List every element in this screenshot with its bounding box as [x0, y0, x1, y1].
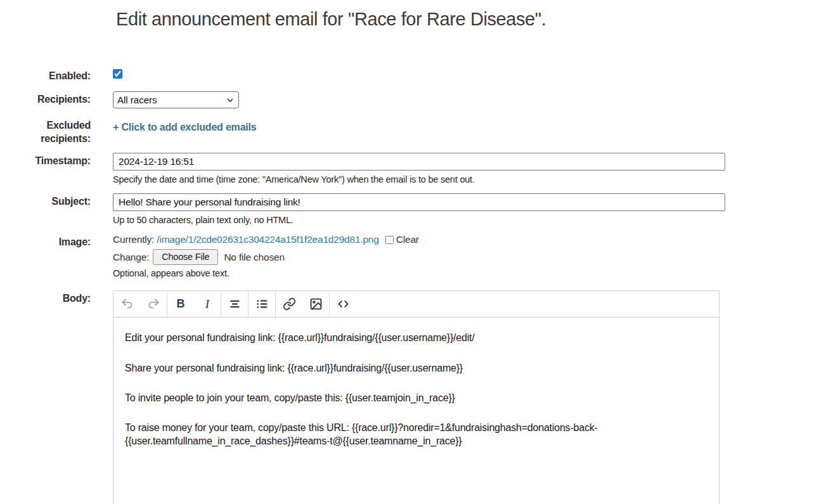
announcement-email-form: Enabled: Recipients: All racers Excluded…: [0, 68, 826, 504]
timestamp-input[interactable]: [113, 153, 725, 171]
body-paragraph: To raise money for your team, copy/paste…: [125, 421, 699, 448]
image-help: Optional, appears above text.: [113, 268, 826, 278]
body-row: Body: B I: [0, 290, 826, 504]
bold-button[interactable]: B: [167, 291, 194, 317]
editor-toolbar: B I: [113, 291, 719, 318]
italic-button[interactable]: I: [194, 291, 221, 317]
image-label: Image:: [0, 234, 91, 249]
image-row: Image: Currently: /image/1/2cde02631c304…: [0, 234, 826, 278]
bullet-list-icon: [255, 297, 269, 311]
timestamp-row: Timestamp: Specify the date and time (ti…: [0, 153, 826, 184]
subject-input[interactable]: [113, 193, 725, 211]
page-title: Edit announcement email for "Race for Ra…: [116, 9, 826, 30]
enabled-row: Enabled:: [0, 68, 826, 83]
subject-label: Subject:: [0, 193, 91, 209]
link-button[interactable]: [276, 291, 302, 317]
image-change-label: Change:: [113, 252, 149, 263]
rich-text-editor: B I: [113, 290, 720, 504]
add-excluded-emails-link[interactable]: + Click to add excluded emails: [113, 117, 257, 133]
link-icon: [283, 297, 296, 311]
body-paragraph: Share your personal fundraising link: {{…: [125, 361, 699, 375]
image-clear-checkbox[interactable]: [385, 236, 394, 244]
align-center-button[interactable]: [221, 291, 248, 317]
excluded-recipients-label: Excluded recipients:: [0, 117, 91, 146]
insert-image-button[interactable]: [302, 291, 329, 317]
image-current-file-link[interactable]: /image/1/2cde02631c304224a15f1f2ea1d29d8…: [157, 234, 378, 245]
timestamp-help: Specify the date and time (time zone: "A…: [113, 174, 826, 184]
timestamp-label: Timestamp:: [0, 153, 91, 168]
bullet-list-button[interactable]: [248, 291, 275, 317]
subject-row: Subject: Up to 50 characters, plain text…: [0, 193, 826, 225]
subject-help: Up to 50 characters, plain text only, no…: [113, 215, 826, 225]
redo-button[interactable]: [140, 291, 167, 317]
choose-file-button[interactable]: Choose File: [153, 249, 218, 265]
enabled-label: Enabled:: [0, 68, 91, 83]
recipients-label: Recipients:: [0, 91, 91, 107]
align-center-icon: [228, 297, 242, 311]
code-icon: [337, 297, 350, 311]
body-paragraph: Edit your personal fundraising link: {{r…: [125, 331, 699, 344]
undo-button[interactable]: [113, 291, 140, 317]
body-paragraph: To invite people to join your team, copy…: [125, 391, 699, 404]
body-label: Body:: [0, 290, 91, 306]
image-icon: [309, 297, 323, 311]
recipients-select[interactable]: All racers: [113, 91, 239, 108]
enabled-checkbox[interactable]: [113, 69, 122, 79]
recipients-row: Recipients: All racers: [0, 91, 826, 108]
no-file-chosen-text: No file chosen: [224, 252, 284, 263]
image-currently-label: Currently:: [113, 234, 154, 245]
undo-icon: [120, 297, 134, 311]
code-view-button[interactable]: [330, 291, 356, 317]
image-clear-label: Clear: [396, 234, 419, 245]
redo-icon: [147, 297, 160, 311]
editor-body-text[interactable]: Edit your personal fundraising link: {{r…: [113, 318, 719, 477]
excluded-recipients-row: Excluded recipients: + Click to add excl…: [0, 117, 826, 146]
